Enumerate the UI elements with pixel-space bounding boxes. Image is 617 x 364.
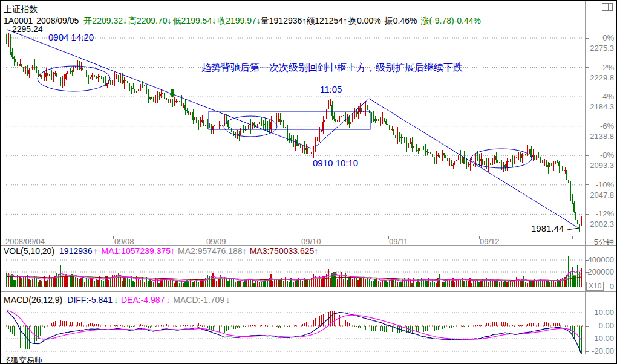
y-axis-pct-label: -10% [586,180,614,189]
app-window: 上证指数 1A00012008/09/05开2209.32↓高2209.70↓低… [0,0,617,364]
macd-chart[interactable] [1,305,584,354]
y-axis-pct-label: -6% [586,122,614,131]
macd-header-field: MACD(26,12,9) [4,295,62,305]
macd-header-field: DIFF:-5.841 [67,295,113,305]
x-axis-date-label: 09/08 [114,237,134,246]
macd-header: MACD(26,12,9)DIFF:-5.841↓DEA:-4.987↓MACD… [4,295,230,305]
period-label[interactable]: 5分钟 [585,237,614,248]
y-axis-price-label: 2093.3 [586,161,614,170]
y-axis-price-label: 2002.3 [586,219,614,229]
macd-header-field: ↓ [226,295,230,305]
chart-annotation[interactable]: 1981.44 [531,223,564,233]
volume-axis-label: 200000 [586,267,614,276]
volume-zero-label: 0 [586,282,614,291]
macd-axis-label: 0.00 [586,321,614,330]
macd-header-field: ↓ [166,295,170,305]
split-window-icon[interactable] [602,3,613,11]
volume-chart[interactable] [1,253,584,289]
macd-header-field: DEA:-4.987 [121,295,165,305]
x-axis-tick [113,236,114,239]
x-axis-tick [479,236,480,239]
chart-annotation[interactable]: 0904 14:20 [48,32,94,42]
volume-axis-label: 400000 [586,255,614,264]
panel-divider [1,291,616,292]
macd-header-field: MACD:-1.709 [173,295,224,305]
y-axis-price-label: 2184.3 [586,102,614,111]
y-axis-pct-label: 0% [586,33,614,42]
y-axis-pct-label: -4% [586,92,614,101]
macd-axis-label: 10.00 [586,308,614,317]
chart-annotation[interactable]: —2295.24 [4,24,43,34]
panel-divider [1,236,616,236]
chart-annotation[interactable]: 0910 10:10 [313,158,358,168]
x-axis-tick [206,236,206,239]
y-axis-pct-label: -8% [586,151,614,160]
y-axis-pct-label: -2% [586,63,614,72]
chart-annotation[interactable]: 趋势背驰后第一次次级别回到中枢上方，级别扩展后继续下跌 [201,62,463,74]
macd-axis-label: -20.00 [586,346,614,356]
axis-divider [585,1,586,354]
y-axis-price-label: 2047.8 [586,190,614,200]
y-axis-price-label: 2138.8 [586,132,614,141]
chart-annotation[interactable]: 11:05 [320,84,342,94]
y-axis-price-label: 2229.8 [586,73,614,82]
x-axis-date-label: 09/12 [480,237,500,246]
y-axis-pct-label: -12% [586,209,614,218]
y-axis-price-label: 2275.3 [586,44,614,53]
x-axis-date-label: 09/11 [389,237,408,246]
status-bar: 飞狐交易师 [3,355,42,364]
macd-header-field: ↓ [114,295,118,305]
x-axis-date-label: 09/10 [301,237,321,246]
x-axis-tick [301,236,301,239]
status-divider [1,354,616,354]
x-axis-date-label: 09/09 [206,237,226,246]
x-axis-tick [572,236,573,239]
macd-axis-label: -10.00 [586,334,614,343]
x-axis-tick [388,236,389,239]
x-axis-date-label: 2008/09/04 [5,237,45,246]
